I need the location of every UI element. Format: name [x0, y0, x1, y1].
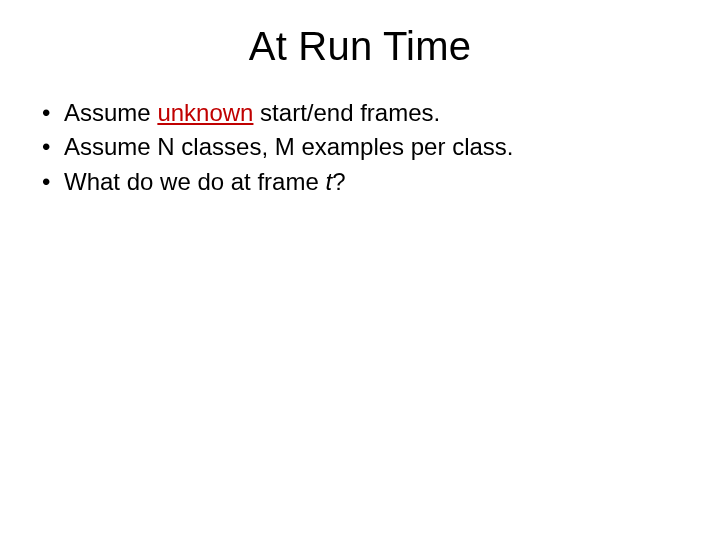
bullet-text-emphasis: unknown [157, 99, 253, 126]
bullet-text-pre: What do we do at frame [64, 168, 325, 195]
bullet-text-post: start/end frames. [253, 99, 440, 126]
bullet-text-pre: Assume [64, 99, 157, 126]
bullet-text: Assume N classes, M examples per class. [64, 133, 513, 160]
bullet-list: Assume unknown start/end frames. Assume … [28, 97, 692, 198]
list-item: Assume unknown start/end frames. [42, 97, 692, 129]
list-item: Assume N classes, M examples per class. [42, 131, 692, 163]
list-item: What do we do at frame t? [42, 166, 692, 198]
bullet-text-post: ? [332, 168, 345, 195]
slide: At Run Time Assume unknown start/end fra… [0, 0, 720, 540]
slide-title: At Run Time [28, 24, 692, 69]
